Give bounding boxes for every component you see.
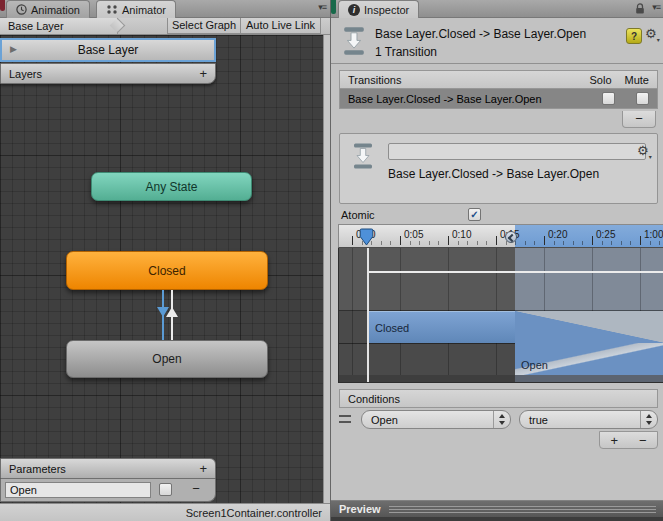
transitions-title: Transitions: [348, 74, 401, 86]
timeline-bottom-strip-selection: [515, 375, 663, 383]
ruler-tick: [640, 236, 641, 245]
atomic-label: Atomic: [341, 209, 375, 221]
condition-value-dropdown[interactable]: true: [519, 410, 658, 429]
atomic-checkbox[interactable]: ✓: [468, 208, 481, 221]
ruler-tick-label: 0:25: [596, 229, 615, 240]
animator-tabstrip: Animation Animator ▾≡: [0, 0, 330, 18]
breadcrumb-label: Base Layer: [8, 20, 64, 32]
animator-status-bar: Screen1Container.controller: [0, 503, 330, 521]
help-icon[interactable]: ?: [626, 28, 642, 44]
state-node-closed[interactable]: Closed: [66, 251, 268, 290]
transitions-section-header: Transitions Solo Mute: [339, 70, 658, 89]
solo-column-label: Solo: [590, 74, 612, 86]
drag-handle-icon[interactable]: [339, 415, 351, 423]
inspector-tabstrip: i Inspector ▾≡: [331, 0, 663, 18]
preview-drag-handle-icon[interactable]: [389, 506, 656, 513]
tab-animation-label: Animation: [31, 4, 80, 16]
timeline-playhead-line[interactable]: [367, 248, 369, 383]
preview-bar[interactable]: Preview: [331, 500, 663, 517]
transition-icon: [352, 142, 374, 170]
remove-parameter-button[interactable]: −: [187, 481, 205, 496]
timeline-ruler[interactable]: 0:00 0:05 0:10 0:15 0:20 0:25 1:00: [338, 224, 663, 248]
preview-label: Preview: [339, 503, 381, 515]
transition-title: Base Layer.Closed -> Base Layer.Open: [375, 27, 586, 41]
pane-menu-icon[interactable]: ▾≡: [652, 2, 660, 12]
dropdown-updown-icon: [493, 411, 510, 428]
mute-column-label: Mute: [625, 74, 649, 86]
blend-weight-line: [367, 271, 663, 273]
parameter-name-field[interactable]: [5, 482, 151, 498]
gear-menu-icon[interactable]: ⚙▾: [637, 143, 652, 160]
layer-row-label: Base Layer: [78, 43, 139, 57]
parameter-value-checkbox[interactable]: [159, 483, 172, 496]
parameters-bar: Parameters +: [0, 458, 216, 479]
conditions-title: Conditions: [348, 393, 400, 405]
tab-animation[interactable]: Animation: [6, 0, 90, 18]
remove-transition-button[interactable]: −: [622, 111, 656, 128]
graph-scrollbar[interactable]: [323, 35, 330, 503]
condition-row: Open true: [339, 410, 658, 430]
tab-inspector-label: Inspector: [364, 4, 409, 16]
solo-checkbox[interactable]: [602, 92, 615, 105]
ruler-tick: [544, 236, 545, 245]
animator-panel: Animation Animator ▾≡ Base Layer Select …: [0, 0, 330, 521]
layer-row-base-layer[interactable]: ▶ Base Layer: [0, 38, 216, 62]
window-edge-decoration: [331, 0, 336, 14]
transition-detail-label: Base Layer.Closed -> Base Layer.Open: [388, 167, 599, 181]
transition-row-label: Base Layer.Closed -> Base Layer.Open: [348, 93, 542, 105]
condition-parameter-dropdown[interactable]: Open: [361, 410, 511, 429]
foldout-triangle-icon[interactable]: ▶: [10, 44, 17, 54]
inspector-panel: i Inspector ▾≡ Base Layer.Closed -> Base…: [330, 0, 663, 521]
state-node-any-state[interactable]: Any State: [91, 172, 252, 201]
conditions-footer: + −: [599, 431, 658, 449]
timeline-body[interactable]: Closed Open: [338, 248, 663, 383]
add-parameter-button[interactable]: +: [199, 461, 207, 476]
inspector-bottom-strip: [331, 517, 663, 521]
closed-fadeout-wedge[interactable]: [515, 311, 663, 343]
info-icon: i: [348, 4, 360, 16]
animator-toolbar: Base Layer Select Graph Auto Live Link: [0, 18, 330, 35]
gear-menu-icon[interactable]: ⚙▾: [645, 26, 660, 43]
ruler-tick-label: 0:05: [404, 229, 423, 240]
tab-inspector[interactable]: i Inspector: [338, 0, 419, 18]
transition-count-label: 1 Transition: [375, 45, 437, 59]
transition-icon: [342, 26, 366, 56]
ruler-tick: [352, 236, 353, 245]
unity-editor: Animation Animator ▾≡ Base Layer Select …: [0, 0, 663, 521]
condition-value: true: [529, 414, 548, 426]
animator-graph-canvas[interactable]: ▶ Base Layer Layers + Any State Closed O…: [0, 35, 323, 503]
transition-start-marker-icon[interactable]: [505, 231, 517, 243]
auto-live-link-button[interactable]: Auto Live Link: [240, 18, 321, 34]
state-node-open[interactable]: Open: [66, 340, 268, 378]
remove-condition-button[interactable]: −: [639, 433, 647, 448]
parameters-bar-label: Parameters: [9, 463, 66, 475]
controller-path-label: Screen1Container.controller: [186, 507, 322, 519]
tab-animator[interactable]: Animator: [96, 0, 176, 18]
track-label-closed: Closed: [375, 322, 409, 334]
ruler-tick: [400, 236, 401, 245]
breadcrumb-chevron-icon: [110, 18, 126, 34]
lock-icon[interactable]: [635, 3, 645, 15]
ruler-tick: [592, 236, 593, 245]
ruler-tick-label: 0:10: [452, 229, 471, 240]
state-node-label: Any State: [145, 180, 197, 194]
tab-animator-label: Animator: [122, 4, 166, 16]
transition-list-row-selected[interactable]: Base Layer.Closed -> Base Layer.Open: [339, 89, 658, 109]
playhead-pin-icon[interactable]: [359, 228, 374, 247]
breadcrumb[interactable]: Base Layer: [0, 18, 118, 34]
ruler-tick: [496, 236, 497, 245]
pane-menu-icon[interactable]: ▾≡: [318, 2, 326, 12]
timeline-track-closed[interactable]: Closed: [367, 311, 515, 343]
track-label-open: Open: [521, 359, 548, 371]
timeline-track-open[interactable]: Open: [515, 343, 663, 375]
add-layer-button[interactable]: +: [199, 66, 207, 81]
ruler-tick: [448, 236, 449, 245]
mute-checkbox[interactable]: [636, 92, 649, 105]
select-graph-button[interactable]: Select Graph: [167, 18, 241, 34]
dropdown-updown-icon: [640, 411, 657, 428]
state-node-label: Closed: [148, 264, 185, 278]
conditions-section-header: Conditions: [339, 389, 658, 408]
add-condition-button[interactable]: +: [610, 433, 618, 448]
open-track-empty: [339, 343, 515, 375]
transition-name-field[interactable]: [388, 143, 646, 160]
